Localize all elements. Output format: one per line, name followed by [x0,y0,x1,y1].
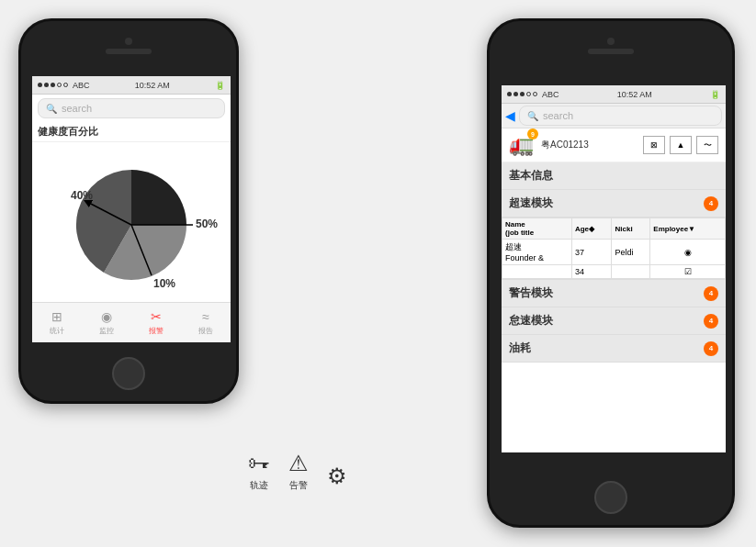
phone1-home-button[interactable] [112,357,145,390]
pie-chart-svg: 40% 50% 10% [32,142,231,307]
vehicle-badge: 9 [527,128,538,140]
phone2-time: 10:52 AM [617,90,652,99]
section-idle[interactable]: 怠速模块 4 [502,307,726,335]
warning-badge: 4 [704,286,718,301]
phone2-nav-bar: ◀ 🔍 search [502,104,726,128]
vehicle-info-section: 🚛 9 粤AC01213 ⊠ ▲ 〜 [502,128,726,162]
section-basic-info-label: 基本信息 [509,168,553,184]
phone2-home-button[interactable] [594,481,627,514]
signal-dot-4 [57,83,62,87]
vehicle-icon-2[interactable]: ▲ [670,136,692,154]
label-10: 10% [153,277,175,290]
vehicle-icon-3[interactable]: 〜 [696,136,718,154]
phone1-battery: 🔋 [215,81,225,90]
cell-age-1: 37 [571,240,612,265]
cell-emp-1: ◉ [650,240,726,265]
p2-signal-dot-2 [513,92,518,96]
monitor-icon: ◉ [101,309,112,324]
phone1-carrier: ABC [73,81,90,90]
cell-age-2: 34 [571,265,612,279]
phone1-search-placeholder: search [62,103,92,114]
idle-badge: 4 [704,314,718,329]
search-icon: 🔍 [46,104,57,114]
tab-monitor-label: 监控 [99,326,114,336]
cell-name-2 [502,265,572,279]
statistics-icon: ⊞ [51,309,62,324]
back-button[interactable]: ◀ [505,108,515,123]
settings-icon-group[interactable]: ⚙ [327,463,347,492]
alarm-icon: ✂ [151,309,162,324]
tab-statistics-label: 统计 [50,326,64,336]
section-warning[interactable]: 警告模块 4 [502,280,726,307]
section-fuel-label: 油耗 [509,340,531,356]
signal-dot-1 [38,83,42,87]
section-speeding-label: 超速模块 [509,195,553,211]
report-icon: ≈ [202,309,209,324]
phone2-speaker [588,49,634,54]
phone1-search-bar[interactable]: 🔍 search [38,98,225,118]
p2-signal-dot-4 [526,92,531,96]
phone2-carrier: ABC [542,90,559,99]
phone1-chart-title: 健康度百分比 [32,122,231,142]
signal-dot-5 [63,83,68,87]
signal-dot-2 [44,83,49,87]
tab-alarm-label: 报警 [149,326,164,336]
phone2-screen: ABC 10:52 AM 🔋 ◀ 🔍 search 🚛 9 粤AC01213 ⊠… [502,85,726,452]
vehicle-id: 粤AC01213 [541,139,589,151]
speeding-data-table: Name(job title Age◆ Nicki Employee▼ 超速Fo… [502,218,726,279]
p2-signal-dot-1 [507,92,512,96]
col-nicki: Nicki [612,218,650,240]
trajectory-icon-group[interactable]: 🗝 轨迹 [248,451,270,492]
cell-nicki-1: Peldi [612,240,650,265]
phone2-camera [607,38,615,45]
col-employee: Employee▼ [650,218,726,240]
phone2-search-placeholder: search [543,110,573,121]
phone2-status-bar: ABC 10:52 AM 🔋 [502,85,726,104]
phone1-time: 10:52 AM [135,81,170,90]
phone2-battery: 🔋 [710,90,720,99]
label-40: 40% [71,189,93,202]
tab-statistics[interactable]: ⊞ 统计 [32,303,82,342]
pie-slice-50 [131,170,186,225]
tab-report[interactable]: ≈ 报告 [181,303,231,342]
section-basic-info[interactable]: 基本信息 [502,162,726,190]
tab-report-label: 报告 [198,326,213,336]
section-speeding[interactable]: 超速模块 4 [502,190,726,218]
p2-signal-dot-3 [520,92,525,96]
tab-monitor[interactable]: ◉ 监控 [82,303,131,342]
fuel-badge: 4 [704,341,718,356]
cell-nicki-2 [612,265,650,279]
col-name: Name(job title [502,218,572,240]
vehicle-icon-1[interactable]: ⊠ [643,136,665,154]
cell-emp-2: ☑ [650,265,726,279]
phone-1: ABC 10:52 AM 🔋 🔍 search 健康度百分比 [18,18,239,404]
warning-icon-group[interactable]: ⚠ 告警 [288,451,309,492]
gear-icon: ⚙ [327,463,347,489]
phone1-tabs: ⊞ 统计 ◉ 监控 ✂ 报警 ≈ 报告 [32,302,231,342]
speeding-table-container: Name(job title Age◆ Nicki Employee▼ 超速Fo… [502,218,726,280]
label-50: 50% [196,218,218,230]
phone-2: ABC 10:52 AM 🔋 ◀ 🔍 search 🚛 9 粤AC01213 ⊠… [487,18,735,528]
col-age: Age◆ [571,218,612,240]
pie-chart-area: 40% 50% 10% [32,142,231,307]
phone1-speaker [106,49,152,54]
middle-icons-area: 🗝 轨迹 ⚠ 告警 ⚙ [248,451,347,492]
vehicle-truck-icon-wrapper: 🚛 9 [509,133,534,157]
vehicle-action-icons: ⊠ ▲ 〜 [643,136,718,154]
phone1-screen: ABC 10:52 AM 🔋 🔍 search 健康度百分比 [32,76,231,342]
table-row: 34 ☑ [502,265,726,279]
phone1-camera [125,38,132,45]
warning-triangle-icon: ⚠ [288,451,309,476]
section-idle-label: 怠速模块 [509,313,553,329]
phone1-status-bar: ABC 10:52 AM 🔋 [32,76,231,95]
section-warning-label: 警告模块 [509,285,553,301]
p2-search-icon: 🔍 [527,111,538,121]
p2-signal-dot-5 [533,92,537,96]
section-fuel[interactable]: 油耗 4 [502,335,726,363]
signal-dot-3 [51,83,55,87]
phone2-search-bar[interactable]: 🔍 search [519,106,722,126]
speeding-badge: 4 [704,196,718,211]
table-header-row: Name(job title Age◆ Nicki Employee▼ [502,218,726,240]
tab-alarm[interactable]: ✂ 报警 [131,303,181,342]
cell-name-1: 超速Founder & [502,240,572,265]
